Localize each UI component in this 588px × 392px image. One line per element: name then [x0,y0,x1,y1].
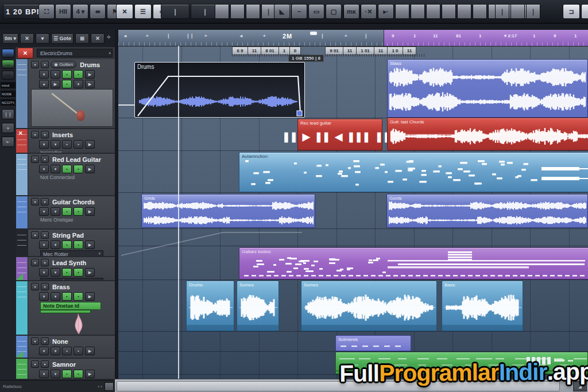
project-toolbar-button-5[interactable]: ✕ [91,33,105,44]
track-button-2[interactable]: ▪ [62,80,72,88]
close-icon[interactable]: ✕ [17,48,33,59]
clip-sumes-10[interactable]: Sumes [301,281,437,331]
marker-button-0[interactable]: ❘ [161,4,189,19]
chevron-down-icon[interactable]: ▾ [31,198,39,205]
play-icon[interactable]: ▶ [85,207,95,216]
track-button-4[interactable]: ▶ [85,80,95,88]
play-icon[interactable]: ▶ [85,240,95,249]
arrow-button[interactable]: ▾ [39,207,49,216]
track-color-strip[interactable] [16,59,28,128]
clip-galtars-bodos-7[interactable]: Galtars bodos: [239,247,588,280]
snap-button-0[interactable]: mĸ [343,4,359,19]
chevron-down-icon[interactable]: ▾ [41,360,49,368]
monitor-button[interactable]: ▪ [62,370,72,378]
monitor-button[interactable]: ▪ [62,292,72,301]
clip-gords-6[interactable]: Gords [386,194,588,228]
clip-stass-1[interactable]: Stass [387,59,588,118]
play-icon[interactable]: ▶ [85,268,95,277]
arrow-button[interactable]: ▾ [39,347,49,355]
record-button[interactable]: ▪ [74,268,83,277]
segment-button-b-4[interactable] [457,4,471,19]
splitter-handle[interactable]: ÷ [107,33,111,41]
segment-button-c-1[interactable] [510,4,525,19]
track-button-3[interactable]: ▾ [74,80,83,88]
mode-button-1[interactable]: ☰ [134,4,152,19]
track-color-strip[interactable] [16,257,28,280]
track-color-strip[interactable]: ✕ [16,129,28,153]
segment-button-c-0[interactable]: ❘ [495,4,509,19]
play-icon[interactable]: ▶ [85,370,95,378]
timeline-ruler[interactable]: 2M ◂+❘❘❘+◂+❘+❘9111811▾ 2:17191 [118,30,588,46]
project-toolbar-button-4[interactable]: ⊞ [75,33,89,44]
chevron-down-icon[interactable]: ▾ [41,131,49,138]
arrow-button[interactable]: ▾ [51,347,60,355]
track-guitar-chords[interactable]: ▾▾Guitar Chords▾▾▪▪▶Mere Onetqae [16,196,115,230]
track-brass[interactable]: ▾▾Brass▾▾▪▪▶Note Dnetae Id [16,281,115,336]
track-sublabel[interactable]: Note Dnetae Id [40,302,101,310]
project-toolbar-button-2[interactable]: ▾ [36,33,49,44]
clip-sumes-9[interactable]: Sumes [237,281,279,331]
rail-tool-0[interactable]: ❘❘ [2,109,14,119]
track-button-0[interactable]: ● [39,80,49,88]
record-button[interactable]: ▪ [74,207,83,216]
track-sublabel[interactable]: Mec Rotter▾ [40,250,103,257]
playhead[interactable] [178,46,179,379]
clip-bass-11[interactable]: Bass: [442,281,523,331]
clip-guit-last-churds-3[interactable]: Guit: last Churds [387,118,588,150]
arrow-button[interactable]: ▾ [51,370,60,378]
status-nav[interactable]: ‹ › [98,384,102,389]
track-color-strip[interactable] [16,196,28,228]
clip-grids-5[interactable]: Grids [141,194,315,228]
clip-autamnction-4[interactable]: Autamnction: [239,152,588,192]
arrow-button[interactable]: ▾ [39,70,49,79]
play-icon[interactable]: ▶ [85,140,95,149]
segment-button-2[interactable] [246,4,260,19]
snap-button-2[interactable]: ▸· [378,4,394,19]
monitor-button[interactable]: ▪ [62,165,72,173]
transport-button-0[interactable]: HII [55,4,71,19]
play-icon[interactable]: ▶ [85,347,95,355]
clip-drums-0[interactable]: Drums [134,62,305,118]
track-inserts[interactable]: ✕▾▾Inserts▾▾▪▪▶Insicados [16,129,115,154]
clip-drums-8[interactable]: Drums: [186,281,234,331]
segment-button-b-1[interactable] [411,4,425,19]
arrow-button[interactable]: ▾ [39,165,49,173]
record-chip[interactable]: ◉ Gotten [51,61,76,68]
record-button[interactable]: ▪ [74,347,83,355]
arrow-button[interactable]: ▾ [51,70,60,79]
clip-rec-lead-guitar-2[interactable]: Rec lead guitar❚❚▶❚❚◀❚❚❚❚❚❚ [297,119,382,150]
record-button[interactable]: ▪ [74,165,83,173]
chevron-down-icon[interactable]: ▾ [41,259,49,266]
track-color-strip[interactable] [16,359,28,379]
arrow-button[interactable]: ▾ [39,240,49,249]
track-button-1[interactable]: ▶ [51,80,60,88]
resize-grip-icon[interactable] [105,382,114,391]
monitor-button[interactable]: ▪ [62,240,72,249]
arrow-button[interactable]: ▾ [51,140,60,149]
arrow-button[interactable]: ▾ [39,292,49,301]
mode-button-0[interactable]: ✕ [116,4,133,19]
chevron-down-icon[interactable]: ▾ [31,283,39,290]
fit-button-0[interactable]: ⛶ [38,4,55,19]
ruler-handle[interactable] [310,32,317,35]
chevron-down-icon[interactable]: ▾ [41,156,49,163]
rail-button-2[interactable]: ▪ ▪ [2,71,14,80]
chevron-down-icon[interactable]: ▾ [31,259,39,266]
edit-button-1[interactable]: ＋ [581,4,588,19]
arrow-button[interactable]: ▾ [39,268,49,277]
track-samnor[interactable]: ▾▾Samnor▾▾▪▪▶Nedskimese [16,359,115,380]
arrow-button[interactable]: ▾ [51,268,60,277]
chevron-down-icon[interactable]: ▾ [31,337,39,345]
segment-button-1[interactable] [230,4,245,19]
monitor-button[interactable]: ▪ [62,70,72,79]
track-string-pad[interactable]: ▾▾String Pad▾▾▪▪▶Mec Rotter▾ [16,230,115,257]
edit-button-0[interactable]: ⊐ [563,4,580,19]
arrow-button[interactable]: ▾ [39,140,49,149]
rail-tool-1[interactable]: » [2,123,14,133]
segment-button-b-0[interactable] [395,4,409,19]
monitor-button[interactable]: ▪ [62,347,72,355]
snap-button-1[interactable]: ·✕ [361,4,377,19]
tool-button-2[interactable]: ▭ [308,4,324,19]
chevron-down-icon[interactable]: ▾ [31,61,39,68]
rail-tool-2[interactable]: »· [2,137,14,147]
